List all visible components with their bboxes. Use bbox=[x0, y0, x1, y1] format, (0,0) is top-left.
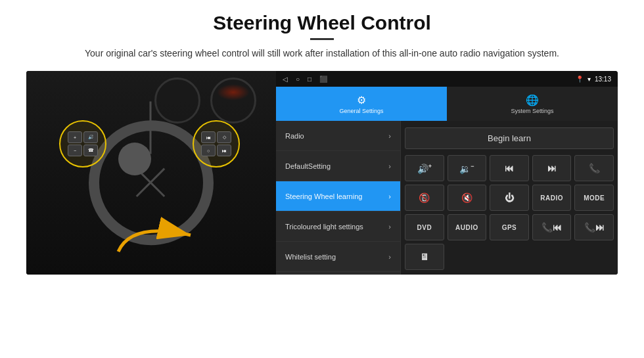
tab-bar: ⚙ General Settings 🌐 System Settings bbox=[276, 87, 618, 121]
right-control-panel: Begin learn 🔊+ 🔉− ⏮ bbox=[401, 121, 618, 275]
volume-down-button[interactable]: 🔉− bbox=[448, 155, 487, 181]
tel-next-icon: 📞⏭ bbox=[584, 222, 605, 233]
right-button-circle: ⏮ ◇ ○ ⏭ bbox=[193, 120, 240, 168]
content-row: + 🔊 − ☎ ⏮ ◇ ○ ⏭ bbox=[26, 71, 618, 351]
location-icon: 📍 bbox=[576, 76, 584, 83]
dvd-button[interactable]: DVD bbox=[405, 214, 444, 240]
mute-icon: 🔇 bbox=[461, 192, 472, 203]
control-row-4: 🖥 bbox=[405, 244, 614, 270]
radio-label: RADIO bbox=[540, 194, 563, 202]
call-end-button[interactable]: 📵 bbox=[405, 185, 444, 211]
next-track-icon: ⏭ bbox=[547, 163, 557, 173]
recents-icon: □ bbox=[308, 76, 311, 83]
menu-item-whitelist[interactable]: Whitelist setting › bbox=[276, 242, 400, 272]
left-button-group: + 🔊 − ☎ bbox=[68, 131, 98, 156]
chevron-icon: › bbox=[388, 162, 391, 170]
menu-item-tricoloured[interactable]: Tricoloured light settings › bbox=[276, 212, 400, 242]
control-row-3: DVD AUDIO GPS 📞⏮ 📞⏭ bbox=[405, 214, 614, 240]
title-divider bbox=[310, 38, 334, 40]
btn-mute-icon: 🔊 bbox=[83, 131, 98, 143]
unit-main: Radio › DefaultSetting › Steering Wheel … bbox=[276, 121, 618, 275]
page-title: Steering Wheel Control bbox=[213, 12, 431, 34]
audio-button[interactable]: AUDIO bbox=[448, 214, 487, 240]
gps-button[interactable]: GPS bbox=[490, 214, 529, 240]
btn-phone-icon: ☎ bbox=[83, 145, 98, 156]
btn-plus: + bbox=[68, 131, 82, 143]
vol-down-icon: 🔉− bbox=[459, 163, 474, 174]
status-right: 📍 ▾ 13:13 bbox=[576, 76, 611, 83]
audio-label: AUDIO bbox=[455, 224, 478, 231]
control-row-1: 🔊+ 🔉− ⏮ ⏭ 📞 bbox=[405, 155, 614, 181]
status-bar: ◁ ○ □ ⬛ 📍 ▾ 13:13 bbox=[276, 71, 618, 87]
home-icon: ○ bbox=[296, 76, 300, 83]
tel-prev-icon: 📞⏮ bbox=[541, 222, 562, 233]
tel-prev-button[interactable]: 📞⏮ bbox=[532, 214, 572, 240]
btn-next: ⏭ bbox=[217, 145, 231, 156]
btn-prev: ⏮ bbox=[201, 131, 216, 143]
prev-track-button[interactable]: ⏮ bbox=[490, 155, 529, 181]
chevron-icon: › bbox=[388, 223, 391, 231]
power-button[interactable]: ⏻ bbox=[490, 185, 529, 211]
phone-icon: 📞 bbox=[589, 163, 600, 173]
screenshot-icon: ⬛ bbox=[319, 76, 327, 83]
tab-general-settings[interactable]: ⚙ General Settings bbox=[276, 87, 447, 121]
control-row-2: 📵 🔇 ⏻ RADIO MODE bbox=[405, 185, 614, 211]
vol-up-icon: 🔊+ bbox=[417, 163, 432, 174]
btn-diamond: ◇ bbox=[217, 131, 231, 143]
mute-button[interactable]: 🔇 bbox=[448, 185, 487, 211]
head-unit: ◁ ○ □ ⬛ 📍 ▾ 13:13 ⚙ General Settings bbox=[276, 71, 618, 275]
status-time: 13:13 bbox=[595, 76, 611, 83]
arrow-indicator bbox=[112, 215, 204, 261]
screen-icon: 🖥 bbox=[420, 252, 429, 262]
phone-answer-button[interactable]: 📞 bbox=[574, 155, 614, 181]
menu-item-default-setting[interactable]: DefaultSetting › bbox=[276, 151, 400, 181]
screen-button[interactable]: 🖥 bbox=[405, 244, 444, 270]
volume-up-button[interactable]: 🔊+ bbox=[405, 155, 444, 181]
page-container: Steering Wheel Control Your original car… bbox=[0, 0, 644, 358]
begin-learn-button[interactable]: Begin learn bbox=[405, 127, 614, 149]
next-track-button[interactable]: ⏭ bbox=[532, 155, 572, 181]
left-button-circle: + 🔊 − ☎ bbox=[59, 120, 106, 168]
menu-item-steering-wheel[interactable]: Steering Wheel learning › bbox=[276, 181, 400, 212]
btn-minus: − bbox=[68, 145, 82, 156]
btn-circle-key: ○ bbox=[201, 145, 216, 156]
steering-wheel-image: + 🔊 − ☎ ⏮ ◇ ○ ⏭ bbox=[26, 71, 276, 275]
menu-item-radio[interactable]: Radio › bbox=[276, 121, 400, 151]
tab-system-settings[interactable]: 🌐 System Settings bbox=[447, 87, 618, 121]
wifi-icon: ▾ bbox=[587, 76, 591, 83]
tel-next-button[interactable]: 📞⏭ bbox=[574, 214, 614, 240]
dvd-label: DVD bbox=[417, 224, 432, 231]
system-icon: 🌐 bbox=[526, 94, 539, 106]
gear-icon: ⚙ bbox=[357, 94, 366, 106]
status-nav-icons: ◁ ○ □ ⬛ bbox=[283, 76, 327, 83]
gps-label: GPS bbox=[502, 224, 517, 231]
page-subtitle: Your original car's steering wheel contr… bbox=[85, 47, 559, 60]
right-button-group: ⏮ ◇ ○ ⏭ bbox=[201, 131, 231, 156]
chevron-icon: › bbox=[388, 132, 391, 140]
menu-list: Radio › DefaultSetting › Steering Wheel … bbox=[276, 121, 401, 275]
power-icon: ⏻ bbox=[505, 192, 514, 203]
wheel-background: + 🔊 − ☎ ⏮ ◇ ○ ⏭ bbox=[26, 71, 276, 275]
begin-learn-row: Begin learn bbox=[405, 125, 614, 151]
chevron-icon: › bbox=[388, 192, 391, 200]
chevron-icon: › bbox=[388, 253, 391, 261]
prev-track-icon: ⏮ bbox=[505, 163, 514, 173]
back-icon: ◁ bbox=[283, 76, 288, 83]
mode-label: MODE bbox=[584, 194, 605, 202]
mode-button[interactable]: MODE bbox=[574, 185, 614, 211]
radio-button[interactable]: RADIO bbox=[532, 185, 572, 211]
call-end-icon: 📵 bbox=[419, 192, 430, 203]
